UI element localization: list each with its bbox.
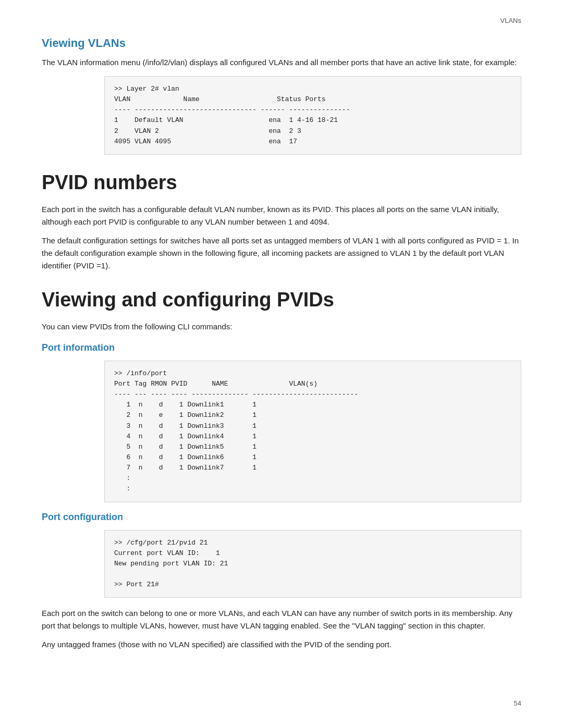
- top-label: VLANs: [500, 17, 521, 24]
- viewing-configuring-intro: You can view PVIDs from the following CL…: [42, 320, 521, 333]
- port-information-code: >> /info/port Port Tag RMON PVID NAME VL…: [104, 361, 521, 502]
- port-configuration-code: >> /cfg/port 21/pvid 21 Current port VLA…: [104, 530, 521, 598]
- page-number: 54: [514, 699, 521, 707]
- port-information-heading: Port information: [42, 342, 521, 353]
- viewing-vlans-heading: Viewing VLANs: [42, 36, 521, 50]
- port-configuration-heading: Port configuration: [42, 512, 521, 523]
- viewing-configuring-heading: Viewing and configuring PVIDs: [42, 289, 521, 311]
- pvid-numbers-para1: Each port in the switch has a configurab…: [42, 203, 521, 228]
- viewing-vlans-intro: The VLAN information menu (/info/l2/vlan…: [42, 56, 521, 69]
- viewing-vlans-code: >> Layer 2# vlan VLAN Name Status Ports …: [104, 76, 521, 155]
- pvid-numbers-heading: PVID numbers: [42, 171, 521, 194]
- pvid-numbers-para2: The default configuration settings for s…: [42, 235, 521, 272]
- footer-para1: Each port on the switch can belong to on…: [42, 607, 521, 632]
- footer-para2: Any untagged frames (those with no VLAN …: [42, 638, 521, 651]
